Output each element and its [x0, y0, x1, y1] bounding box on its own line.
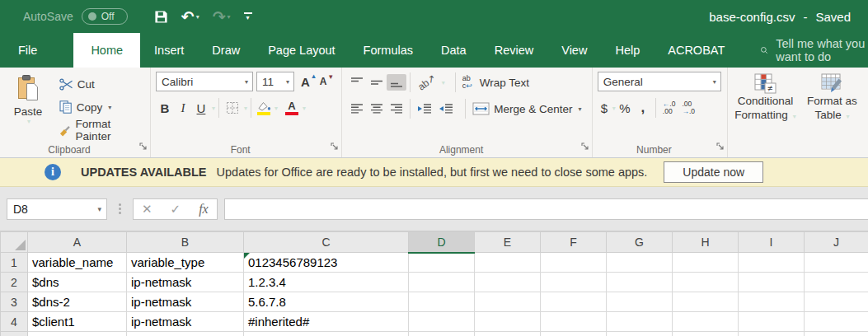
column-header-b[interactable]: B [127, 232, 244, 253]
tab-home[interactable]: Home [73, 33, 140, 68]
cancel-icon[interactable]: ✕ [142, 202, 152, 217]
cell-d1[interactable] [409, 253, 475, 273]
cell-g1[interactable] [607, 253, 673, 273]
cell-d3[interactable] [409, 292, 475, 312]
cell-b4[interactable]: ip-netmask [127, 312, 244, 332]
font-color-button[interactable]: A [283, 100, 301, 115]
insert-function-button[interactable]: fx [199, 202, 209, 217]
cell-j3[interactable] [805, 292, 868, 312]
cell-h2[interactable] [673, 273, 739, 292]
cell-g4[interactable] [607, 312, 673, 332]
tab-data[interactable]: Data [427, 33, 481, 68]
enter-icon[interactable]: ✓ [171, 202, 181, 217]
tab-acrobat[interactable]: ACROBAT [654, 33, 739, 68]
cell-h3[interactable] [673, 292, 739, 312]
borders-button[interactable] [223, 99, 242, 117]
cell-d4[interactable] [409, 312, 475, 332]
paste-dropdown-arrow[interactable]: ▾ [27, 118, 30, 125]
accounting-format-button[interactable]: $ [598, 101, 611, 115]
cell-c2[interactable]: 1.2.3.4 [244, 273, 409, 292]
cell-j4[interactable] [805, 312, 868, 332]
font-dialog-launcher[interactable] [331, 139, 339, 154]
font-size-select[interactable]: 11▾ [256, 72, 294, 91]
column-header-j[interactable]: J [805, 232, 868, 253]
cell-j2[interactable] [805, 273, 868, 292]
cell-g3[interactable] [607, 292, 673, 312]
cell-f4[interactable] [541, 312, 607, 332]
number-format-select[interactable]: General▾ [598, 72, 721, 91]
cell-b1[interactable]: variable_type [127, 253, 244, 273]
format-as-table-button[interactable]: Format asTable ▾ [800, 72, 865, 142]
number-dialog-launcher[interactable] [716, 139, 725, 154]
customize-quick-access-button[interactable]: ▾ [239, 4, 257, 29]
cell-f1[interactable] [541, 253, 607, 273]
formula-bar-resize-handle[interactable] [119, 203, 121, 214]
column-header-c[interactable]: C [244, 232, 409, 253]
merge-center-button[interactable]: Merge & Center ▾ [469, 98, 584, 119]
cell-b3[interactable]: ip-netmask [127, 292, 244, 312]
borders-dropdown-arrow[interactable]: ▾ [244, 105, 247, 112]
decrease-font-size-button[interactable]: A▾ [317, 76, 331, 87]
format-as-table-dropdown-arrow[interactable]: ▾ [847, 113, 850, 120]
cell-i2[interactable] [739, 273, 805, 292]
column-header-g[interactable]: G [607, 232, 673, 253]
tab-review[interactable]: Review [481, 33, 548, 68]
name-box[interactable]: D8▾ [7, 198, 107, 220]
cell-i1[interactable] [739, 253, 805, 273]
alignment-dialog-launcher[interactable] [581, 139, 589, 154]
save-button[interactable] [149, 4, 173, 29]
cell-h4[interactable] [673, 312, 739, 332]
merge-center-dropdown-arrow[interactable]: ▾ [579, 105, 582, 113]
align-right-button[interactable] [387, 100, 406, 117]
undo-button[interactable]: ↶ ▾ [176, 4, 204, 29]
redo-dropdown-arrow[interactable]: ▾ [228, 13, 231, 21]
underline-button[interactable]: U [192, 101, 210, 115]
cell-d2[interactable] [409, 273, 475, 292]
copy-button[interactable]: Copy ▾ [56, 96, 147, 118]
row-header-4[interactable]: 4 [1, 312, 28, 332]
tab-formulas[interactable]: Formulas [350, 33, 427, 68]
fill-color-button[interactable] [255, 101, 273, 115]
align-left-button[interactable] [347, 100, 367, 117]
cell-a2[interactable]: $dns [28, 273, 127, 292]
increase-font-size-button[interactable]: A▴ [298, 75, 313, 89]
conditional-formatting-dropdown-arrow[interactable]: ▾ [793, 113, 796, 120]
column-header-h[interactable]: H [673, 232, 739, 253]
cell-e2[interactable] [475, 273, 541, 292]
formula-input[interactable] [224, 198, 868, 220]
wrap-text-button[interactable]: abc↩ Wrap Text [459, 72, 533, 93]
row-header-2[interactable]: 2 [1, 273, 28, 292]
fill-color-dropdown-arrow[interactable]: ▾ [274, 105, 278, 112]
bold-button[interactable]: B [156, 101, 174, 115]
format-painter-button[interactable]: Format Painter [56, 119, 147, 141]
cell-a3[interactable]: $dns-2 [28, 292, 127, 312]
cut-button[interactable]: Cut [56, 73, 147, 95]
update-now-button[interactable]: Update now [664, 161, 763, 183]
tab-file[interactable]: File [0, 33, 55, 68]
row-header-5-partial[interactable] [1, 332, 28, 336]
font-color-dropdown-arrow[interactable]: ▾ [303, 105, 306, 112]
autosave-toggle[interactable]: Off [82, 8, 128, 25]
cell-i3[interactable] [739, 292, 805, 312]
tab-draw[interactable]: Draw [198, 33, 254, 68]
tab-help[interactable]: Help [601, 33, 654, 68]
column-header-a[interactable]: A [28, 232, 127, 253]
clipboard-dialog-launcher[interactable] [139, 139, 148, 154]
tell-me-search[interactable]: Tell me what you want to do [760, 33, 868, 68]
column-header-d-selected[interactable]: D [409, 232, 475, 253]
middle-align-button[interactable] [367, 74, 387, 91]
cell-g2[interactable] [607, 273, 673, 292]
cell-a1[interactable]: variable_name [28, 253, 127, 273]
paste-button[interactable]: Paste ▾ [5, 72, 51, 142]
select-all-corner[interactable] [1, 232, 28, 253]
comma-style-button[interactable]: , [634, 100, 652, 116]
cell-c1[interactable]: 0123456789123 [244, 253, 409, 273]
cell-i4[interactable] [739, 312, 805, 332]
undo-dropdown-arrow[interactable]: ▾ [196, 13, 199, 21]
align-center-button[interactable] [367, 100, 387, 117]
orientation-button[interactable]: ab↗ [414, 74, 439, 91]
row-header-1[interactable]: 1 [1, 253, 28, 273]
redo-button[interactable]: ↷ ▾ [208, 4, 236, 29]
cell-e1[interactable] [475, 253, 541, 273]
percent-style-button[interactable]: % [616, 101, 634, 115]
